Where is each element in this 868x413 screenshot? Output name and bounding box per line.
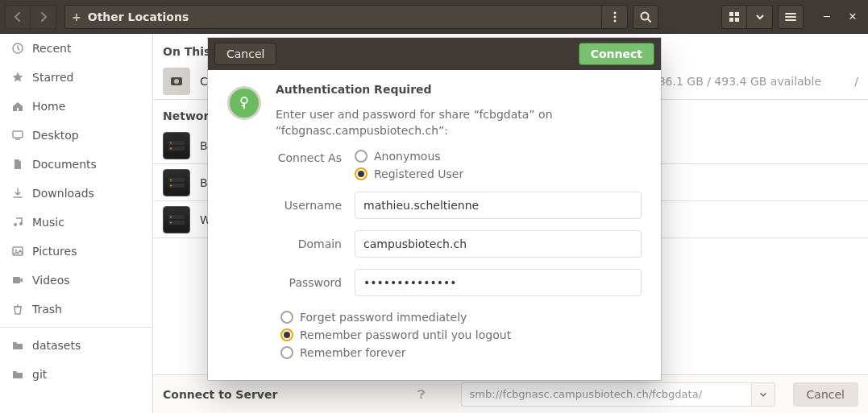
lock-badge-icon [227, 86, 261, 120]
videos-icon [11, 274, 24, 287]
clock-icon [11, 42, 24, 55]
close-button[interactable]: ✕ [842, 6, 863, 27]
svg-point-23 [170, 179, 172, 180]
domain-label: Domain [276, 237, 342, 250]
documents-icon [11, 158, 24, 171]
plus-icon: + [72, 10, 81, 23]
svg-point-20 [170, 147, 172, 149]
server-address-input[interactable] [461, 382, 751, 407]
sidebar-item-videos[interactable]: Videos [0, 266, 152, 295]
svg-point-3 [642, 12, 649, 19]
sidebar-item-recent[interactable]: Recent [0, 34, 152, 63]
sidebar-item-music[interactable]: Music [0, 208, 152, 237]
svg-point-1 [613, 15, 616, 18]
radio-remember-session[interactable]: Remember password until you logout [280, 328, 642, 341]
sidebar-item-label: Desktop [32, 129, 79, 142]
sidebar-item-trash[interactable]: Trash [0, 295, 152, 324]
radio-registered-user[interactable]: Registered User [355, 167, 642, 180]
password-input[interactable] [355, 269, 642, 296]
sidebar-item-git[interactable]: git [0, 360, 152, 389]
drive-stats: 286.1 GB / 493.4 GB available [651, 75, 821, 88]
downloads-icon [11, 187, 24, 200]
sidebar-item-label: Trash [32, 303, 62, 316]
sidebar-item-starred[interactable]: Starred [0, 63, 152, 92]
help-icon: ❓︎ [417, 386, 426, 402]
svg-rect-7 [735, 18, 739, 22]
music-icon [11, 216, 24, 229]
sidebar-item-label: Pictures [32, 245, 77, 258]
svg-rect-5 [735, 12, 739, 16]
svg-point-13 [15, 250, 17, 251]
hamburger-menu-button[interactable] [778, 5, 804, 29]
forward-button[interactable] [31, 5, 56, 29]
network-share-icon [163, 169, 190, 196]
svg-rect-6 [729, 18, 733, 22]
folder-icon [11, 339, 24, 352]
minimize-button[interactable]: ─ [816, 6, 837, 27]
view-icon-button[interactable] [721, 5, 747, 29]
username-input[interactable] [355, 192, 642, 219]
sidebar-item-label: Home [32, 100, 65, 113]
footer-cancel-button[interactable]: Cancel [793, 382, 858, 407]
header-bar: + Other Locations ─ [0, 0, 868, 34]
trash-icon [11, 303, 24, 316]
domain-input[interactable] [355, 230, 642, 258]
username-label: Username [276, 199, 342, 212]
dialog-title: Authentication Required [276, 83, 642, 96]
svg-point-0 [613, 11, 616, 14]
pictures-icon [11, 245, 24, 258]
server-history-button[interactable] [751, 382, 775, 407]
radio-remember-forever[interactable]: Remember forever [280, 346, 642, 359]
harddisk-icon [163, 68, 190, 95]
svg-point-10 [14, 223, 17, 226]
desktop-icon [11, 129, 24, 142]
radio-anonymous[interactable]: Anonymous [355, 150, 642, 163]
radio-forget-immediately[interactable]: Forget password immediately [280, 311, 642, 324]
sidebar-item-label: Downloads [32, 187, 94, 200]
svg-point-24 [170, 184, 172, 186]
svg-point-11 [19, 222, 23, 225]
location-label: Other Locations [88, 10, 189, 23]
sidebar-item-label: datasets [32, 339, 81, 352]
connect-to-server-bar: Connect to Server ❓︎ Cancel [153, 374, 868, 413]
svg-rect-4 [729, 12, 733, 16]
sidebar-item-label: Starred [32, 71, 73, 84]
view-menu-button[interactable] [747, 5, 773, 29]
star-icon [11, 71, 24, 84]
connect-label: Connect to Server [163, 388, 277, 401]
sidebar-item-label: Videos [32, 274, 70, 287]
sidebar-item-label: Documents [32, 158, 97, 171]
svg-point-28 [170, 221, 172, 223]
sidebar-item-label: git [32, 368, 47, 381]
sidebar: RecentStarredHomeDesktopDocumentsDownloa… [0, 34, 153, 413]
dialog-connect-button[interactable]: Connect [579, 43, 654, 65]
svg-point-2 [613, 19, 616, 22]
sidebar-item-home[interactable]: Home [0, 92, 152, 121]
svg-point-16 [174, 79, 179, 84]
dialog-cancel-button[interactable]: Cancel [214, 43, 276, 65]
svg-rect-9 [13, 131, 23, 138]
location-menu-button[interactable] [601, 6, 627, 28]
connect-as-label: Connect As [276, 150, 342, 164]
sidebar-item-desktop[interactable]: Desktop [0, 121, 152, 150]
sidebar-item-datasets[interactable]: datasets [0, 331, 152, 360]
svg-point-27 [170, 216, 172, 217]
search-button[interactable] [633, 5, 658, 29]
sidebar-item-downloads[interactable]: Downloads [0, 179, 152, 208]
home-icon [11, 100, 24, 113]
back-button[interactable] [5, 5, 31, 29]
location-bar[interactable]: + Other Locations [64, 5, 628, 29]
sidebar-item-label: Recent [32, 42, 71, 55]
password-label: Password [276, 276, 342, 289]
folder-icon [11, 368, 24, 381]
sidebar-item-documents[interactable]: Documents [0, 150, 152, 179]
auth-dialog: Cancel Connect Authentication Required E… [208, 38, 661, 380]
network-share-icon [163, 132, 190, 159]
sidebar-item-pictures[interactable]: Pictures [0, 237, 152, 266]
network-share-icon [163, 206, 190, 233]
drive-mount: / [837, 75, 858, 88]
svg-rect-14 [13, 277, 20, 283]
dialog-message: Enter user and password for share “fcbgd… [276, 107, 642, 138]
sidebar-item-label: Music [32, 216, 64, 229]
svg-point-19 [170, 142, 172, 143]
